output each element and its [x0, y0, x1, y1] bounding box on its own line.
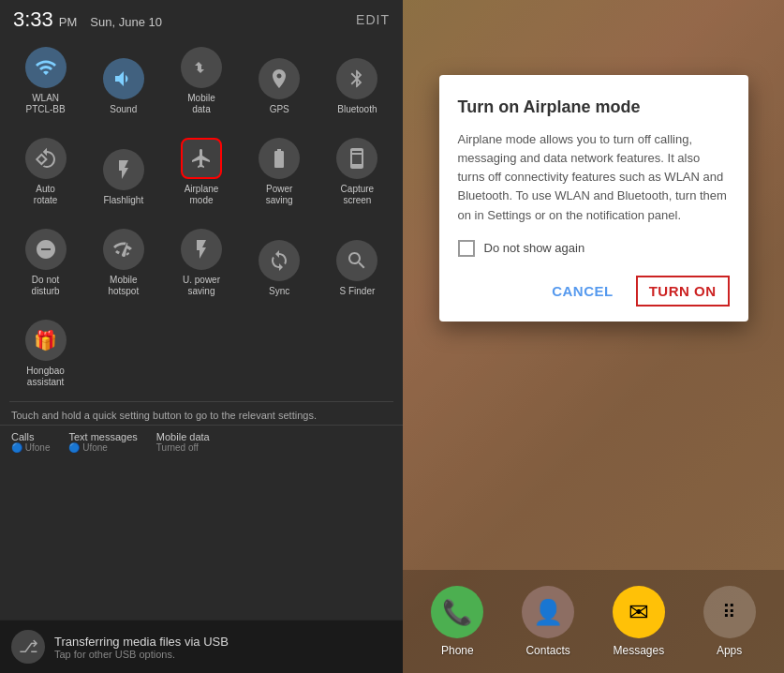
capture-screen-label: Capturescreen [341, 184, 375, 206]
usb-bar[interactable]: ⎇ Transferring media files via USB Tap f… [0, 620, 403, 673]
usb-icon: ⎇ [11, 630, 45, 664]
signal-row: Calls 🔵 Ufone Text messages 🔵 Ufone Mobi… [0, 425, 403, 458]
capture-screen-icon [336, 138, 377, 179]
qs-gps[interactable]: GPS [242, 41, 318, 121]
qs-mobile-hotspot[interactable]: Mobilehotspot [85, 223, 161, 303]
wlan-label: WLANPTCL-BB [25, 93, 65, 115]
calls-value: 🔵 Ufone [11, 442, 50, 453]
left-panel: 3:33 PM Sun, June 10 EDIT WLANPTCL-BB So… [0, 0, 403, 673]
auto-rotate-icon [25, 138, 67, 179]
flashlight-icon [103, 149, 144, 190]
mobile-data-signal-label: Mobile data [156, 431, 210, 442]
dock-messages[interactable]: ✉ Messages [613, 586, 665, 657]
dock-contacts[interactable]: 👤 Contacts [522, 586, 574, 657]
messages-icon: ✉ [613, 586, 665, 638]
gps-label: GPS [270, 104, 289, 115]
status-date: Sun, June 10 [90, 15, 162, 29]
sync-icon [259, 240, 300, 281]
mobile-data-signal: Mobile data Turned off [156, 431, 210, 453]
qs-power-saving[interactable]: Powersaving [242, 132, 318, 212]
contacts-icon: 👤 [522, 586, 574, 638]
hint-text: Touch and hold a quick setting button to… [0, 404, 403, 425]
s-finder-icon [336, 240, 377, 281]
phone-icon: 📞 [431, 586, 483, 638]
s-finder-label: S Finder [339, 286, 375, 297]
qs-airplane-mode[interactable]: Airplanemode [163, 132, 239, 212]
airplane-mode-label: Airplanemode [185, 184, 219, 206]
status-time: 3:33 [13, 7, 53, 32]
power-saving-label: Powersaving [266, 184, 293, 206]
qs-mobile-data[interactable]: Mobiledata [163, 41, 239, 121]
edit-button[interactable]: EDIT [356, 12, 390, 27]
qs-ultra-power-saving[interactable]: U. powersaving [163, 223, 239, 303]
divider [9, 401, 393, 402]
qs-capture-screen[interactable]: Capturescreen [319, 132, 395, 212]
ultra-power-saving-icon [181, 229, 222, 270]
hongbao-icon: 🎁 [25, 320, 67, 361]
do-not-show-label: Do not show again [484, 241, 585, 255]
do-not-disturb-icon [25, 229, 67, 270]
qs-sync[interactable]: Sync [242, 223, 318, 303]
contacts-label: Contacts [525, 644, 570, 657]
gps-icon [259, 58, 300, 99]
texts-signal: Text messages 🔵 Ufone [68, 431, 137, 453]
right-panel: Turn on Airplane mode Airplane mode allo… [403, 0, 784, 673]
dock-phone[interactable]: 📞 Phone [431, 586, 483, 657]
ultra-power-saving-label: U. powersaving [183, 275, 220, 297]
cancel-button[interactable]: CANCEL [544, 276, 621, 307]
quick-settings-row-2: Autorotate Flashlight Airplanemode Power… [0, 127, 403, 217]
bluetooth-icon [336, 58, 377, 99]
calls-label: Calls [11, 431, 50, 442]
power-saving-icon [259, 138, 300, 179]
do-not-show-checkbox[interactable] [458, 240, 475, 257]
auto-rotate-label: Autorotate [34, 184, 58, 206]
dialog-buttons: CANCEL TURN ON [458, 276, 730, 307]
turn-on-button[interactable]: TURN ON [636, 276, 730, 307]
mobile-data-signal-value: Turned off [156, 442, 210, 453]
status-ampm: PM [59, 15, 78, 29]
mobile-data-label: Mobiledata [187, 93, 214, 115]
flashlight-label: Flashlight [103, 195, 143, 206]
airplane-mode-dialog: Turn on Airplane mode Airplane mode allo… [439, 75, 748, 322]
qs-auto-rotate[interactable]: Autorotate [7, 132, 83, 212]
texts-label: Text messages [68, 431, 137, 442]
dialog-body: Airplane mode allows you to turn off cal… [458, 130, 730, 225]
qs-hongbao[interactable]: 🎁 Hongbaoassistant [7, 314, 83, 394]
mobile-data-icon [181, 47, 222, 88]
quick-settings-row-1: WLANPTCL-BB Sound Mobiledata GPS Bluetoo… [0, 36, 403, 127]
quick-settings-row-3: Do notdisturb Mobilehotspot U. powersavi… [0, 217, 403, 308]
qs-sound[interactable]: Sound [85, 41, 161, 121]
apps-label: Apps [717, 644, 742, 657]
sound-icon [103, 58, 144, 99]
bluetooth-label: Bluetooth [337, 104, 377, 115]
bottom-dock: 📞 Phone 👤 Contacts ✉ Messages ⠿ Apps [403, 570, 784, 673]
qs-bluetooth[interactable]: Bluetooth [319, 41, 395, 121]
usb-main-text: Transferring media files via USB [54, 635, 229, 649]
airplane-mode-icon [181, 138, 222, 179]
texts-value: 🔵 Ufone [68, 442, 137, 453]
mobile-hotspot-icon [103, 229, 144, 270]
do-not-disturb-label: Do notdisturb [32, 275, 60, 297]
calls-signal: Calls 🔵 Ufone [11, 431, 50, 453]
do-not-show-row: Do not show again [458, 240, 730, 257]
sync-label: Sync [269, 286, 289, 297]
usb-sub-text: Tap for other USB options. [54, 649, 229, 660]
dialog-title: Turn on Airplane mode [458, 97, 730, 117]
quick-settings-row-4: 🎁 Hongbaoassistant [0, 308, 403, 399]
wlan-icon [25, 47, 67, 88]
status-bar: 3:33 PM Sun, June 10 EDIT [0, 0, 403, 36]
qs-wlan[interactable]: WLANPTCL-BB [7, 41, 83, 121]
apps-icon: ⠿ [703, 586, 756, 638]
dock-apps[interactable]: ⠿ Apps [703, 586, 756, 657]
sound-label: Sound [110, 104, 137, 115]
messages-label: Messages [614, 644, 665, 657]
hongbao-label: Hongbaoassistant [26, 366, 65, 388]
mobile-hotspot-label: Mobilehotspot [108, 275, 139, 297]
qs-flashlight[interactable]: Flashlight [85, 132, 161, 212]
qs-do-not-disturb[interactable]: Do notdisturb [7, 223, 83, 303]
phone-label: Phone [441, 644, 474, 657]
qs-s-finder[interactable]: S Finder [319, 223, 395, 303]
